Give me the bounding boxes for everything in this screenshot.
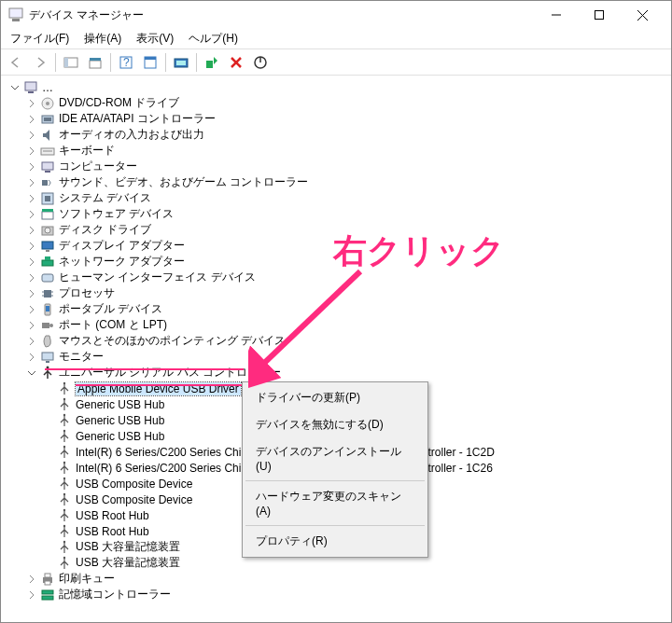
svg-point-55 [63,397,65,399]
svg-rect-33 [42,212,53,219]
svg-point-58 [63,445,65,447]
svg-rect-20 [25,82,36,90]
minimize-button[interactable] [535,1,578,29]
usb-device-icon [57,540,72,555]
chevron-right-icon[interactable] [25,590,38,600]
disk-icon [40,223,55,238]
chevron-right-icon[interactable] [25,289,38,298]
svg-point-60 [63,477,65,478]
tree-category[interactable]: コンピューター [25,159,664,174]
tb-separator [165,53,166,72]
usb-device-icon [57,461,72,476]
cm-update-driver[interactable]: ドライバーの更新(P) [245,384,426,411]
chevron-right-icon[interactable] [25,210,38,219]
tree-item-label: Apple Mobile Device USB Driver [76,382,241,395]
chevron-right-icon[interactable] [25,242,38,251]
tree-category[interactable]: ポート (COM と LPT) [25,317,664,333]
tree-category[interactable]: モニター [25,349,664,365]
menu-action[interactable]: 操作(A) [78,29,127,48]
maximize-button[interactable] [578,1,621,29]
tree-category[interactable]: ヒューマン インターフェイス デバイス [25,270,664,285]
tree-item-label: USB Composite Device [76,493,192,506]
tree-category[interactable]: ソフトウェア デバイス [25,206,664,222]
tree-category[interactable]: キーボード [25,143,664,159]
tb-update-driver-button[interactable] [201,51,223,74]
tree-category[interactable]: プロセッサ [25,285,664,301]
tree-item-label: 記憶域コントローラー [59,587,171,602]
svg-rect-13 [145,57,156,60]
tree-item-label: USB 大容量記憶装置 [76,555,180,571]
tree-category[interactable]: ネットワーク アダプター [25,254,664,270]
tree-item-label: Generic USB Hub [76,430,164,443]
cm-scan-hardware[interactable]: ハードウェア変更のスキャン(A) [245,483,426,523]
svg-point-23 [46,102,49,105]
expander-icon[interactable] [8,83,21,92]
chevron-right-icon[interactable] [25,226,38,235]
tree-item-label: USB Root Hub [76,525,149,538]
tree-category[interactable]: ディスク ドライブ [25,222,664,238]
chevron-right-icon[interactable] [25,162,38,172]
svg-rect-70 [42,596,53,600]
chevron-right-icon[interactable] [25,273,38,283]
tree-item-label: サウンド、ビデオ、およびゲーム コントローラー [59,174,308,190]
chevron-down-icon[interactable] [25,368,38,378]
close-button[interactable] [621,1,664,29]
chevron-right-icon[interactable] [25,337,38,346]
tree-category[interactable]: システム デバイス [25,190,664,206]
chevron-right-icon[interactable] [25,194,38,203]
tree-root-row[interactable]: … [8,79,664,95]
chevron-right-icon[interactable] [25,131,38,140]
chevron-right-icon[interactable] [25,146,38,156]
svg-rect-41 [42,274,53,282]
root-label: … [42,81,53,94]
chevron-right-icon[interactable] [25,575,38,584]
tb-properties-button[interactable] [84,51,106,74]
tree-category[interactable]: DVD/CD-ROM ドライブ [25,95,664,111]
tree-category[interactable]: ポータブル デバイス [25,301,664,317]
cm-properties[interactable]: プロパティ(R) [245,528,426,555]
chevron-right-icon[interactable] [25,305,38,314]
tb-back-button[interactable] [5,51,27,74]
tree-category[interactable]: ユニバーサル シリアル バス コントローラー [25,365,664,381]
menu-help[interactable]: ヘルプ(H) [183,29,244,48]
tb-forward-button[interactable] [29,51,51,74]
tree-category[interactable]: 印刷キュー [25,571,664,587]
svg-point-65 [63,556,65,558]
svg-rect-8 [90,61,101,68]
svg-rect-40 [45,256,50,260]
menu-file[interactable]: ファイル(F) [5,29,75,48]
tree-category[interactable]: オーディオの入力および出力 [25,127,664,143]
tree-item-label: USB Root Hub [76,509,149,522]
tree-category[interactable]: 記憶域コントローラー [25,587,664,602]
tb-help-button[interactable]: ? [115,51,137,74]
svg-point-50 [49,324,53,327]
tree-item-label: Generic USB Hub [76,398,164,411]
tb-disable-button[interactable] [249,51,272,74]
svg-point-63 [63,524,65,526]
chevron-right-icon[interactable] [25,99,38,108]
chevron-right-icon[interactable] [25,115,38,124]
tree-category[interactable]: サウンド、ビデオ、およびゲーム コントローラー [25,174,664,190]
svg-rect-16 [206,61,213,68]
tree-category[interactable]: IDE ATA/ATAPI コントローラー [25,111,664,127]
tree-category[interactable]: マウスとそのほかのポインティング デバイス [25,333,664,349]
cm-uninstall-device[interactable]: デバイスのアンインストール(U) [245,438,426,478]
chevron-right-icon[interactable] [25,257,38,267]
tb-refresh-button[interactable] [139,51,161,74]
svg-rect-15 [176,61,186,65]
tb-show-hidden-button[interactable] [60,51,82,74]
chevron-right-icon[interactable] [25,321,38,330]
chevron-right-icon[interactable] [25,353,38,362]
svg-point-53 [47,366,49,368]
tb-scan-button[interactable] [170,51,192,74]
tree-item-label: DVD/CD-ROM ドライブ [59,95,179,111]
chevron-right-icon[interactable] [25,178,38,187]
tb-uninstall-button[interactable] [225,51,247,74]
usb-device-icon [57,524,72,539]
menu-view[interactable]: 表示(V) [131,29,179,48]
cm-disable-device[interactable]: デバイスを無効にする(D) [245,411,426,438]
computer-icon [40,159,55,174]
usb-device-icon [57,429,72,444]
svg-point-59 [63,461,65,463]
tree-category[interactable]: ディスプレイ アダプター [25,238,664,254]
